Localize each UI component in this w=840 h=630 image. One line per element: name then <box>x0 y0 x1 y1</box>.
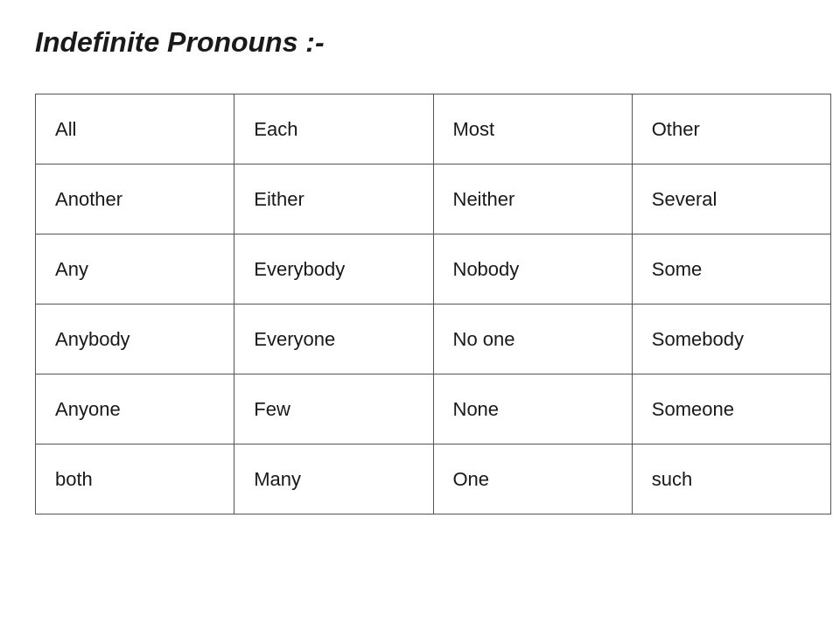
table-cell: Somebody <box>632 304 830 374</box>
table-cell: Neither <box>433 164 632 234</box>
table-cell: Another <box>36 164 234 234</box>
table-row: AnybodyEveryoneNo oneSomebody <box>36 304 831 374</box>
table-cell: Everyone <box>234 304 433 374</box>
table-row: AnyEverybodyNobodySome <box>36 234 831 304</box>
table-cell: No one <box>433 304 632 374</box>
page-title: Indefinite Pronouns :- <box>35 26 805 59</box>
table-cell: Either <box>234 164 433 234</box>
table-cell: Any <box>36 234 234 304</box>
table-cell: None <box>433 374 632 444</box>
table-cell: All <box>36 94 234 164</box>
table-row: AnyoneFewNoneSomeone <box>36 374 831 444</box>
table-cell: Each <box>234 94 433 164</box>
table-cell: Everybody <box>234 234 433 304</box>
table-cell: such <box>632 444 830 514</box>
table-cell: both <box>36 444 234 514</box>
pronouns-table: AllEachMostOtherAnotherEitherNeitherSeve… <box>35 94 831 514</box>
table-cell: One <box>433 444 632 514</box>
table-cell: Anybody <box>36 304 234 374</box>
table-cell: Other <box>632 94 830 164</box>
table-cell: Few <box>234 374 433 444</box>
table-cell: Nobody <box>433 234 632 304</box>
table-cell: Some <box>632 234 830 304</box>
table-cell: Most <box>433 94 632 164</box>
table-row: AnotherEitherNeitherSeveral <box>36 164 831 234</box>
table-cell: Several <box>632 164 830 234</box>
table-cell: Someone <box>632 374 830 444</box>
table-row: bothManyOnesuch <box>36 444 831 514</box>
table-cell: Anyone <box>36 374 234 444</box>
table-cell: Many <box>234 444 433 514</box>
table-row: AllEachMostOther <box>36 94 831 164</box>
